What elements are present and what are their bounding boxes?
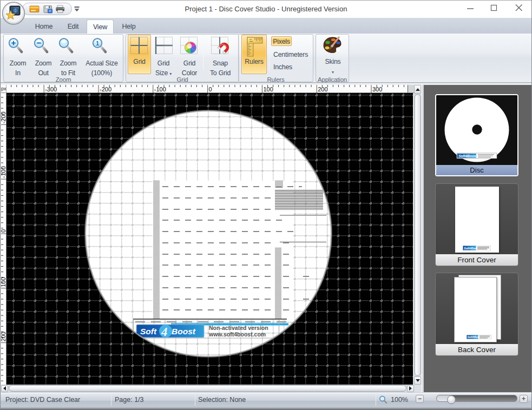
svg-text:100: 100 [263,86,273,92]
svg-text:Non-activated version: Non-activated version [209,325,268,331]
svg-text:www.soft4boost.com: www.soft4boost.com [208,331,266,338]
svg-text:Soft4Boost: Soft4Boost [458,154,478,158]
svg-text:-200: -200 [1,111,6,123]
svg-text:-100: -100 [1,166,6,178]
svg-text:0: 0 [209,86,212,92]
svg-text:300: 300 [372,86,382,92]
svg-text:100: 100 [1,277,6,287]
svg-text:1: 1 [96,40,99,47]
svg-text:200: 200 [1,332,6,341]
svg-text:-100: -100 [154,86,166,92]
svg-text:4: 4 [161,325,168,339]
svg-text:Boost: Boost [172,327,196,336]
svg-text:-200: -200 [100,86,111,92]
svg-text:Soft: Soft [140,327,157,336]
svg-text:-300: -300 [45,86,57,92]
svg-text:200: 200 [318,86,327,92]
svg-text:0: 0 [1,229,6,233]
